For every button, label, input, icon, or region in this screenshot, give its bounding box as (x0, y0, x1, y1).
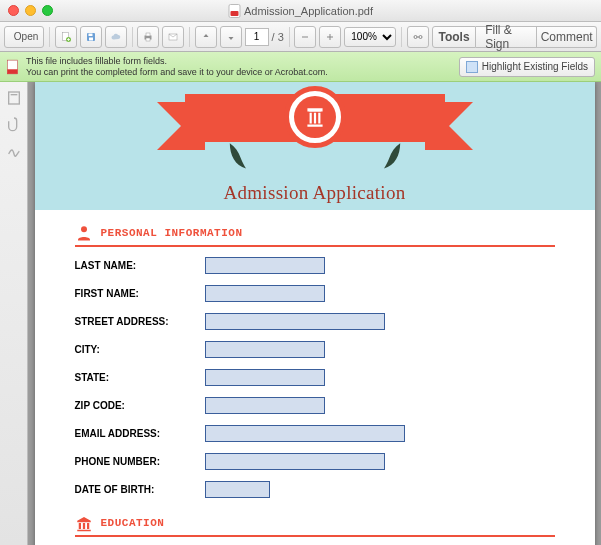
plus-icon (324, 30, 336, 44)
pdf-page: Admission Application PERSONAL INFORMATI… (35, 82, 595, 545)
column-icon (302, 104, 328, 130)
window-titlebar: Admission_Application.pdf (0, 0, 601, 22)
svg-rect-6 (146, 33, 150, 36)
document-title: Admission Application (223, 182, 405, 204)
page-up-button[interactable] (195, 26, 217, 48)
link-icon (412, 30, 424, 44)
pdf-file-icon (228, 4, 240, 18)
page-scroll-area[interactable]: Admission Application PERSONAL INFORMATI… (28, 82, 601, 545)
save-button[interactable] (80, 26, 102, 48)
window-controls (8, 5, 53, 16)
window-title: Admission_Application.pdf (228, 4, 373, 18)
main-toolbar: Open / 3 100% Tools Fill & Sign Comment (0, 22, 601, 52)
label-email: EMAIL ADDRESS: (75, 428, 205, 439)
arrow-down-icon (225, 30, 237, 44)
input-first-name[interactable] (205, 285, 325, 302)
cloud-button[interactable] (105, 26, 127, 48)
label-street: STREET ADDRESS: (75, 316, 205, 327)
zoom-in-button[interactable] (319, 26, 341, 48)
svg-rect-9 (302, 36, 308, 37)
zoom-window-button[interactable] (42, 5, 53, 16)
svg-rect-4 (89, 37, 93, 40)
input-city[interactable] (205, 341, 325, 358)
tools-button[interactable]: Tools (432, 26, 476, 48)
thumbnails-icon[interactable] (6, 90, 22, 106)
institution-icon (75, 514, 93, 532)
label-dob: DATE OF BIRTH: (75, 484, 205, 495)
svg-rect-16 (8, 92, 19, 104)
label-state: STATE: (75, 372, 205, 383)
input-last-name[interactable] (205, 257, 325, 274)
form-notice-bar: This file includes fillable form fields.… (0, 52, 601, 82)
svg-point-13 (419, 35, 422, 38)
minus-icon (299, 30, 311, 44)
label-last-name: LAST NAME: (75, 260, 205, 271)
email-button[interactable] (162, 26, 184, 48)
svg-rect-3 (88, 33, 92, 36)
svg-rect-7 (146, 38, 150, 41)
medallion (284, 86, 346, 148)
pdf-form-icon (6, 59, 20, 75)
zoom-select[interactable]: 100% (344, 27, 396, 47)
form-body: PERSONAL INFORMATION LAST NAME: FIRST NA… (35, 210, 595, 537)
section-education-header: EDUCATION (75, 514, 555, 537)
label-first-name: FIRST NAME: (75, 288, 205, 299)
printer-icon (142, 30, 154, 44)
minimize-window-button[interactable] (25, 5, 36, 16)
svg-rect-17 (10, 94, 17, 95)
notice-text: This file includes fillable form fields.… (26, 56, 328, 77)
signatures-icon[interactable] (6, 142, 22, 158)
open-button[interactable]: Open (4, 26, 44, 48)
floppy-disk-icon (85, 30, 97, 44)
attachments-icon[interactable] (6, 116, 22, 132)
laurel-left-icon (219, 137, 255, 173)
highlight-swatch-icon (466, 61, 478, 73)
share-button[interactable] (407, 26, 429, 48)
section-personal-header: PERSONAL INFORMATION (75, 224, 555, 247)
input-zip[interactable] (205, 397, 325, 414)
toolbar-right-group: Tools Fill & Sign Comment (432, 26, 597, 48)
svg-point-18 (81, 226, 87, 232)
input-street[interactable] (205, 313, 385, 330)
document-plus-icon (60, 30, 72, 44)
page-down-button[interactable] (220, 26, 242, 48)
input-state[interactable] (205, 369, 325, 386)
svg-rect-15 (7, 69, 17, 74)
document-stage: Admission Application PERSONAL INFORMATI… (0, 82, 601, 545)
page-total: 3 (278, 31, 284, 43)
svg-rect-11 (330, 34, 331, 40)
fill-sign-button[interactable]: Fill & Sign (476, 26, 537, 48)
laurel-right-icon (375, 137, 411, 173)
highlight-fields-button[interactable]: Highlight Existing Fields (459, 57, 595, 77)
page-separator: / (272, 31, 275, 43)
header-banner: Admission Application (35, 82, 595, 210)
create-pdf-button[interactable] (55, 26, 77, 48)
comment-button[interactable]: Comment (537, 26, 597, 48)
window-filename: Admission_Application.pdf (244, 5, 373, 17)
input-dob[interactable] (205, 481, 270, 498)
cloud-icon (110, 30, 122, 44)
arrow-up-icon (200, 30, 212, 44)
envelope-icon (167, 30, 179, 44)
close-window-button[interactable] (8, 5, 19, 16)
svg-point-12 (414, 35, 417, 38)
label-phone: PHONE NUMBER: (75, 456, 205, 467)
input-email[interactable] (205, 425, 405, 442)
zoom-out-button[interactable] (294, 26, 316, 48)
label-zip: ZIP CODE: (75, 400, 205, 411)
input-phone[interactable] (205, 453, 385, 470)
nav-sidebar (0, 82, 28, 545)
page-number-input[interactable] (245, 28, 269, 46)
person-icon (75, 224, 93, 242)
ribbon (185, 94, 445, 142)
print-button[interactable] (137, 26, 159, 48)
label-city: CITY: (75, 344, 205, 355)
